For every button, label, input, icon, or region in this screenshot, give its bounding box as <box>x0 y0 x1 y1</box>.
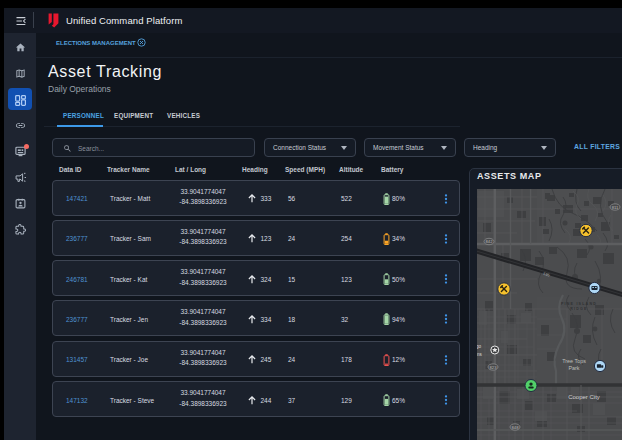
svg-text:842: 842 <box>486 239 494 244</box>
svg-text:ins: ins <box>477 352 483 357</box>
svg-text:823: 823 <box>490 365 498 370</box>
svg-text:go: go <box>477 344 482 349</box>
svg-text:811: 811 <box>612 205 619 210</box>
svg-text:Park: Park <box>568 365 579 371</box>
svg-text:848: 848 <box>512 425 520 430</box>
svg-text:RIDGE: RIDGE <box>570 307 587 311</box>
svg-text:Cooper City: Cooper City <box>568 394 600 400</box>
svg-text:Tree Tops: Tree Tops <box>562 358 586 364</box>
svg-text:PINE ISLAND: PINE ISLAND <box>561 302 597 306</box>
